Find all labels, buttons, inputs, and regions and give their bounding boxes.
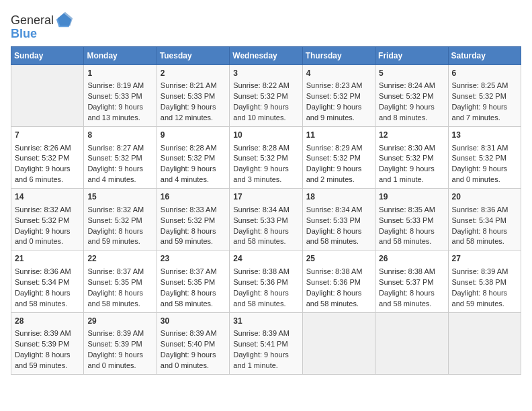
cell-text: Sunrise: 8:39 AM [452,267,517,277]
day-number: 3 [233,68,298,79]
calendar-cell: 18Sunrise: 8:34 AMSunset: 5:33 PMDayligh… [302,189,375,250]
cell-text: Daylight: 9 hours [452,102,517,113]
cell-text: Sunset: 5:40 PM [161,339,226,350]
calendar-cell: 5Sunrise: 8:24 AMSunset: 5:32 PMDaylight… [375,65,448,127]
cell-text: Sunrise: 8:39 AM [15,328,80,339]
cell-text: Sunset: 5:32 PM [379,91,444,102]
day-number: 24 [233,253,298,265]
cell-text: Sunset: 5:32 PM [306,153,371,164]
cell-text: Sunset: 5:32 PM [306,91,371,102]
cell-text: Daylight: 9 hours [87,350,152,361]
cell-text: and 8 minutes. [379,113,444,124]
cell-text: Daylight: 9 hours [15,226,80,237]
cell-text: Sunrise: 8:24 AM [379,81,444,91]
cell-text: Sunset: 5:32 PM [233,153,298,164]
page-header: General Blue [11,11,521,41]
cell-text: Sunset: 5:33 PM [306,216,371,226]
calendar-cell: 28Sunrise: 8:39 AMSunset: 5:39 PMDayligh… [11,312,84,374]
cell-text: Sunset: 5:32 PM [161,216,226,226]
cell-text: Sunset: 5:35 PM [161,277,226,288]
cell-text: Daylight: 8 hours [379,288,444,299]
cell-text: and 0 minutes. [15,236,80,247]
cell-text: and 58 minutes. [306,299,371,310]
cell-text: Sunrise: 8:32 AM [87,205,152,216]
cell-text: Sunset: 5:37 PM [379,277,444,288]
cell-text: Sunrise: 8:33 AM [161,205,226,216]
calendar-cell: 14Sunrise: 8:32 AMSunset: 5:32 PMDayligh… [11,189,84,250]
calendar-cell: 27Sunrise: 8:39 AMSunset: 5:38 PMDayligh… [448,250,521,312]
cell-text: Sunset: 5:33 PM [87,91,152,102]
day-number: 22 [87,253,152,265]
cell-text: and 3 minutes. [233,175,298,185]
day-number: 13 [452,130,517,141]
cell-text: Sunrise: 8:21 AM [161,81,226,91]
day-number: 14 [15,191,80,203]
calendar-cell: 12Sunrise: 8:30 AMSunset: 5:32 PMDayligh… [375,127,448,189]
cell-text: and 59 minutes. [452,299,517,310]
cell-text: Daylight: 8 hours [15,350,80,361]
cell-text: Sunrise: 8:35 AM [379,205,444,216]
day-number: 31 [233,316,298,327]
logo-icon [55,11,74,30]
calendar-cell [302,312,375,374]
cell-text: and 58 minutes. [379,299,444,310]
cell-text: Sunrise: 8:38 AM [306,267,371,277]
cell-text: Daylight: 9 hours [161,164,226,175]
cell-text: Sunrise: 8:26 AM [15,143,80,154]
cell-text: Sunrise: 8:36 AM [15,267,80,277]
day-number: 21 [15,253,80,265]
cell-text: Sunrise: 8:34 AM [233,205,298,216]
cell-text: Sunset: 5:32 PM [87,216,152,226]
calendar-cell: 17Sunrise: 8:34 AMSunset: 5:33 PMDayligh… [230,189,302,250]
day-number: 16 [161,191,226,203]
cell-text: Sunset: 5:35 PM [87,277,152,288]
day-number: 30 [161,316,226,327]
calendar-cell: 20Sunrise: 8:36 AMSunset: 5:34 PMDayligh… [448,189,521,250]
cell-text: and 4 minutes. [161,175,226,185]
day-number: 18 [306,191,371,203]
day-number: 5 [379,68,444,79]
calendar-cell: 10Sunrise: 8:28 AMSunset: 5:32 PMDayligh… [230,127,302,189]
cell-text: Sunrise: 8:37 AM [87,267,152,277]
cell-text: Daylight: 8 hours [452,226,517,237]
calendar-cell: 15Sunrise: 8:32 AMSunset: 5:32 PMDayligh… [84,189,157,250]
cell-text: and 0 minutes. [87,361,152,371]
cell-text: Sunrise: 8:36 AM [452,205,517,216]
cell-text: Sunset: 5:38 PM [452,277,517,288]
calendar-cell: 9Sunrise: 8:28 AMSunset: 5:32 PMDaylight… [157,127,229,189]
cell-text: Daylight: 9 hours [379,102,444,113]
calendar-week-1: 1Sunrise: 8:19 AMSunset: 5:33 PMDaylight… [11,65,521,127]
day-number: 2 [161,68,226,79]
day-number: 10 [233,130,298,141]
calendar-cell: 16Sunrise: 8:33 AMSunset: 5:32 PMDayligh… [157,189,229,250]
cell-text: Daylight: 9 hours [161,350,226,361]
calendar-cell: 3Sunrise: 8:22 AMSunset: 5:32 PMDaylight… [230,65,302,127]
cell-text: Sunset: 5:32 PM [452,91,517,102]
cell-text: Sunset: 5:39 PM [15,339,80,350]
cell-text: Daylight: 9 hours [306,164,371,175]
cell-text: and 58 minutes. [15,299,80,310]
cell-text: Sunrise: 8:19 AM [87,81,152,91]
cell-text: Sunset: 5:32 PM [161,153,226,164]
day-number: 7 [15,130,80,141]
cell-text: and 59 minutes. [161,236,226,247]
cell-text: Sunrise: 8:22 AM [233,81,298,91]
day-number: 4 [306,68,371,79]
day-number: 17 [233,191,298,203]
cell-text: Sunrise: 8:29 AM [306,143,371,154]
calendar-cell [11,65,84,127]
day-number: 23 [161,253,226,265]
calendar-cell [448,312,521,374]
cell-text: Sunrise: 8:38 AM [379,267,444,277]
calendar-cell: 6Sunrise: 8:25 AMSunset: 5:32 PMDaylight… [448,65,521,127]
day-number: 11 [306,130,371,141]
calendar-week-2: 7Sunrise: 8:26 AMSunset: 5:32 PMDaylight… [11,127,521,189]
cell-text: Sunrise: 8:38 AM [233,267,298,277]
weekday-header-row: SundayMondayTuesdayWednesdayThursdayFrid… [11,47,521,65]
calendar-cell [375,312,448,374]
day-number: 8 [87,130,152,141]
calendar-header: SundayMondayTuesdayWednesdayThursdayFrid… [11,47,521,65]
logo: General Blue [11,11,74,41]
cell-text: and 0 minutes. [161,361,226,371]
cell-text: Daylight: 8 hours [233,288,298,299]
